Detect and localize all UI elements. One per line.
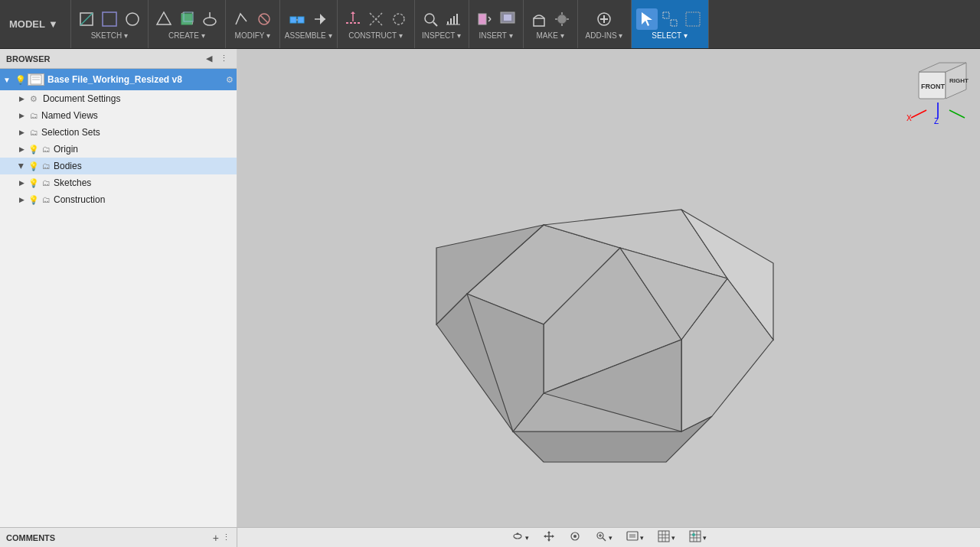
tree-item-origin[interactable]: ▶ 💡 🗂 Origin [0,141,237,158]
lookat-icon [569,530,581,545]
tree-item-named-views[interactable]: ▶ 🗂 Named Views [0,107,237,124]
zoom-button[interactable]: ▾ [590,528,617,547]
svg-rect-32 [479,14,486,24]
sketches-folder-icon: 🗂 [40,177,52,189]
named-views-arrow[interactable]: ▶ [15,109,28,122]
tree-item-selection-sets[interactable]: ▶ 🗂 Selection Sets [0,124,237,141]
selection-sets-folder-icon: 🗂 [28,126,40,138]
snap-dropdown[interactable]: ▾ [703,534,707,542]
browser-more[interactable]: ⋮ [217,53,230,64]
toolbar-assemble[interactable]: ASSEMBLE ▾ [280,0,338,48]
svg-line-13 [260,15,268,23]
svg-marker-21 [351,11,355,14]
toolbar-create[interactable]: CREATE ▾ [149,0,226,48]
inspect-icon-2 [443,8,464,30]
svg-marker-4 [157,12,171,24]
toolbar-modify[interactable]: MODIFY ▾ [226,0,280,48]
tree-item-bodies[interactable]: ▶ 💡 🗂 Bodies [0,158,237,174]
inspect-icon-1 [420,8,441,30]
svg-rect-2 [103,12,116,26]
sketches-eye-icon[interactable]: 💡 [28,177,40,189]
origin-arrow[interactable]: ▶ [15,143,28,155]
svg-point-3 [126,13,139,25]
selection-sets-arrow[interactable]: ▶ [15,126,28,138]
svg-rect-36 [504,15,511,21]
svg-point-25 [425,14,434,23]
bodies-eye-icon[interactable]: 💡 [28,160,40,172]
svg-text:Z: Z [934,117,939,125]
assemble-icon-2 [309,8,331,30]
grid-button[interactable]: ▾ [653,528,680,547]
root-file-row[interactable]: ▼ 💡 Base File_Working_Resized v8 ⚙ [0,69,237,90]
svg-rect-48 [671,20,677,26]
doc-settings-arrow[interactable]: ▶ [15,93,28,105]
comments-section: COMMENTS + ⋮ [0,528,237,547]
origin-label: Origin [54,144,78,155]
toolbar-select[interactable]: SELECT ▾ [632,0,709,48]
svg-rect-14 [290,17,296,23]
root-doc-icon [28,73,44,86]
construction-eye-icon[interactable]: 💡 [28,194,40,206]
selection-sets-label: Selection Sets [41,127,100,138]
svg-rect-15 [298,17,304,23]
svg-marker-78 [547,539,550,542]
toolbar-make[interactable]: MAKE ▾ [524,0,578,48]
svg-rect-94 [690,531,701,542]
sketch-icon-3 [122,8,143,30]
sketches-arrow[interactable]: ▶ [15,177,28,189]
display-dropdown[interactable]: ▾ [640,534,644,542]
comments-add-button[interactable]: + [213,532,219,544]
insert-icon-2 [497,8,518,30]
origin-folder-icon: 🗂 [40,143,52,155]
svg-marker-18 [320,14,325,24]
insert-icon-1 [474,8,495,30]
tree-item-sketches[interactable]: ▶ 💡 🗂 Sketches [0,174,237,191]
snap-button[interactable]: ▾ [684,528,711,547]
snap-icon [689,530,701,545]
root-file-label: Base File_Working_Resized v8 [47,74,226,85]
svg-point-82 [573,535,577,538]
viewport[interactable]: Z X FRONT RIGHT [237,49,980,527]
root-eye-icon[interactable]: 💡 [15,75,26,85]
toolbar-construct[interactable]: CONSTRUCT ▾ [338,0,415,48]
modify-icon-2 [253,8,275,30]
browser-collapse[interactable]: ◀ [204,53,214,64]
select-icon-2 [659,8,681,30]
toolbar-inspect[interactable]: INSPECT ▾ [415,0,469,48]
tree-item-document-settings[interactable]: ▶ ⚙ Document Settings [0,90,237,107]
orbit-icon [511,530,524,545]
svg-rect-88 [629,534,635,538]
svg-point-99 [692,533,695,536]
assemble-icon-1 [286,8,308,30]
tree-item-construction[interactable]: ▶ 💡 🗂 Construction [0,191,237,208]
svg-marker-77 [547,531,550,533]
cube-navigation[interactable]: Z X FRONT RIGHT [903,57,972,125]
construction-folder-icon: 🗂 [40,194,52,206]
svg-text:RIGHT: RIGHT [949,77,969,84]
origin-eye-icon[interactable]: 💡 [28,143,40,155]
bodies-folder-icon: 🗂 [40,160,52,172]
svg-point-38 [557,15,567,24]
svg-rect-47 [663,12,669,18]
lookat-button[interactable] [564,528,586,547]
bodies-arrow[interactable]: ▶ [15,160,28,172]
make-icon-1 [528,8,550,30]
zoom-dropdown[interactable]: ▾ [609,534,612,542]
grid-dropdown[interactable]: ▾ [671,534,675,542]
orbit-button[interactable]: ▾ [507,528,534,547]
comments-label: COMMENTS [6,533,213,542]
display-button[interactable]: ▾ [622,528,648,547]
model-menu[interactable]: MODEL ▼ [0,0,71,48]
orbit-dropdown[interactable]: ▾ [525,534,529,542]
display-icon [626,530,639,545]
insert-label: INSERT ▾ [479,31,512,40]
pan-button[interactable] [538,528,560,547]
root-settings-icon[interactable]: ⚙ [226,75,234,85]
toolbar-insert[interactable]: INSERT ▾ [469,0,524,48]
create-label: CREATE ▾ [168,31,205,40]
construction-arrow[interactable]: ▶ [15,194,28,206]
named-views-folder-icon: 🗂 [28,109,40,122]
toolbar-addins[interactable]: ADD-INS ▾ [578,0,632,48]
construct-icon-1 [342,8,364,30]
toolbar-sketch[interactable]: SKETCH ▾ [71,0,149,48]
